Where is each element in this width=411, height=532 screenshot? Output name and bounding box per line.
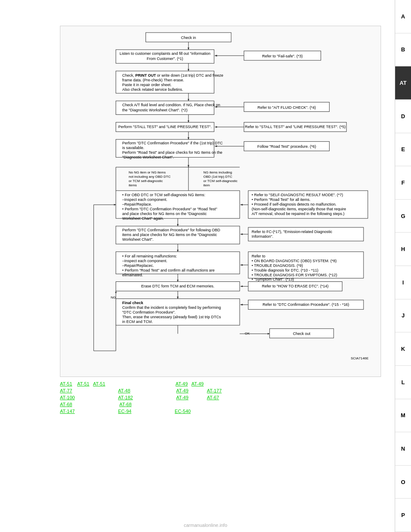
- perform-obd-text-3: Worksheet Chart".: [122, 237, 154, 242]
- final-check-text-1: Final check: [122, 301, 143, 305]
- sidebar-letter-g: G: [395, 200, 411, 233]
- check-dtc-text-3: Paste it in repair order sheet.: [122, 83, 172, 87]
- final-check-text-4: Then, erase the unnecessary (already fix…: [122, 315, 221, 319]
- sidebar-letter-p: P: [395, 499, 411, 532]
- refer-dtc-conf-text: Refer to "DTC Confirmation Procedure". (…: [262, 302, 349, 307]
- links-row-4: AT-68 AT-68: [60, 402, 381, 407]
- refer-self-diag-3: • Proceed if self-diagnosis detects no m…: [252, 202, 337, 206]
- obd-ng-text-1: • For OBD DTC or TCM self-diagnosis NG i…: [122, 193, 206, 197]
- link-at100[interactable]: AT-100: [60, 395, 75, 400]
- refer-self-diag-1: • Refer to "SELF-DIAGNOSTIC RESULT MODE"…: [252, 193, 343, 197]
- ng-items-label: NG items including: [203, 170, 232, 174]
- remaining-text-5: elimainated.: [122, 273, 143, 277]
- link-at147[interactable]: AT-147: [60, 409, 75, 414]
- stall-text: Perform "STALL TEST" and "LINE PRESSURE …: [118, 125, 211, 129]
- no-ng-label-4: items: [129, 183, 137, 187]
- final-check-text-5: in ECM and TCM.: [122, 320, 153, 324]
- ok-label: OK: [245, 332, 250, 335]
- obd-ng-text-3: –Repair/Replace.: [122, 202, 152, 206]
- refer-failsafe-text: Refer to "Fail-safe". (*3): [262, 54, 303, 58]
- link-at177[interactable]: AT-177: [207, 388, 222, 393]
- refer-obd-text-2: • TROUBLE DIAGNOSIS. (*9): [252, 263, 303, 268]
- check-fluid-text-2: the "Diagnostic Worksheet Chart". (*2): [122, 108, 188, 112]
- sidebar-letter-i: I: [395, 266, 411, 299]
- link-at51-col1[interactable]: AT-51: [60, 381, 72, 386]
- links-row-5: AT-147 EC-94 EC-540: [60, 409, 381, 414]
- link-ec540[interactable]: EC-540: [175, 409, 191, 414]
- link-at49-col3b[interactable]: AT-49: [176, 395, 189, 400]
- link-at49-2[interactable]: AT-49: [191, 381, 204, 386]
- remaining-text-2: –Inspect each component.: [122, 259, 167, 263]
- links-row-1: AT-51 AT-51 AT-51 AT-49 AT-49: [60, 381, 381, 386]
- sidebar-letter-h: H: [395, 233, 411, 266]
- check-dtc-text-4: Also check related service bulletins.: [122, 87, 183, 92]
- refer-self-diag-4: (Non-self-diagnostic items, especially t…: [252, 207, 346, 211]
- check-fluid-text-1: Check A/T fluid level and condition. If …: [122, 103, 220, 107]
- sidebar-letter-e: E: [395, 133, 411, 167]
- checkout-text: Check out: [293, 332, 310, 336]
- erase-dtc-text: Erase DTC form TCM and ECM memories.: [141, 284, 214, 288]
- link-at68[interactable]: AT-68: [60, 402, 72, 407]
- perform-obd-text-1: Perform "DTC Confirmation Procedure" for…: [122, 228, 220, 232]
- no-ng-label-3: or TCM self-diagnostic: [129, 179, 163, 183]
- follow-road-text: Follow "Road Test" procedure. (*6): [257, 144, 316, 149]
- flowchart-svg: .box { fill: white; stroke: #333; stroke…: [60, 26, 381, 377]
- sidebar-letter-l: L: [395, 366, 411, 399]
- sidebar: A B AT D E F G H I J K L M N O P: [395, 0, 411, 532]
- dtc-conf-text-2: is savailable.: [122, 146, 144, 150]
- watermark: carmanualonline.info: [184, 523, 227, 528]
- sidebar-letter-d: D: [395, 100, 411, 133]
- link-ec94[interactable]: EC-94: [118, 409, 131, 414]
- link-at48-col2[interactable]: AT-48: [118, 388, 131, 393]
- refer-obd-text-4: • TROUBLE DIAGNOSIS FOR SYMPTOMS. (*12): [252, 273, 337, 277]
- refer-obd-text-3: • Trouble diagnosis for DTC. (*10 - *11): [252, 268, 319, 272]
- refer-obd-text-1: • ON BOARD DIAGNOSTIC (OBD) SYSTEM. (*8): [252, 259, 337, 263]
- refer-fc-text-1: Refer to FC-(*17), "Emission-related Dia…: [252, 230, 333, 234]
- link-at182[interactable]: AT-182: [118, 395, 133, 400]
- ng-items-label-4: item: [203, 183, 210, 187]
- perform-obd-text-2: items and place checks for NG items on t…: [122, 233, 217, 237]
- links-row-2: AT-77 AT-48 AT-49 AT-177: [60, 388, 381, 393]
- image-code: SCIA7146E: [351, 356, 369, 360]
- sidebar-letter-at: AT: [395, 66, 411, 100]
- no-ng-label-2: not including any OBD DTC: [129, 175, 171, 179]
- link-at51-col2b[interactable]: AT-51: [93, 381, 105, 386]
- refer-self-diag-2: • Perform "Road Test" for all items.: [252, 197, 310, 202]
- dtc-conf-text-4: "Diagnostic Worksheet Chart".: [122, 155, 174, 159]
- ng-items-label-3: or TCM self-diagnostic: [203, 179, 238, 183]
- listen-text-1: Listen to customer complaints and fill o…: [119, 51, 210, 56]
- links-row-3: AT-100 AT-182 AT-49 AT-67: [60, 395, 381, 400]
- link-at77[interactable]: AT-77: [60, 388, 72, 393]
- sidebar-letter-n: N: [395, 432, 411, 466]
- refer-fluid-text: Refer to "A/T FLUID CHECK". (*4): [257, 105, 316, 110]
- ng-items-label-2: OBD (1st trip) DTC: [203, 175, 232, 179]
- sidebar-letter-j: J: [395, 299, 411, 333]
- sidebar-letter-k: K: [395, 332, 411, 366]
- dtc-conf-text-1: Perform "DTC Confirmation Procedure" if …: [122, 141, 223, 145]
- sidebar-letter-a: A: [395, 0, 411, 33]
- flowchart-container: .box { fill: white; stroke: #333; stroke…: [60, 26, 381, 377]
- final-check-text-3: "DTC Confirmation Procedure".: [122, 310, 176, 314]
- obd-ng-text-4: • Perform "DTC Confirmation Procedure" o…: [122, 207, 217, 211]
- dtc-conf-text-3: Perform "Road Test" and place checks for…: [122, 150, 223, 155]
- bottom-links: AT-51 AT-51 AT-51 AT-49 AT-49 AT-77 AT-4…: [60, 381, 381, 415]
- refer-stall-text: Refer to "STALL TEST" and "LINE PRESSURE…: [245, 125, 345, 129]
- refer-obd-text-0: Refer to: [252, 254, 265, 258]
- sidebar-letter-f: F: [395, 166, 411, 200]
- ng-label: NG: [111, 296, 116, 299]
- check-dtc-text-1: Check, PRINT OUT or write down (1st trip…: [122, 73, 223, 78]
- link-at51-col2a[interactable]: AT-51: [77, 381, 89, 386]
- remaining-text-1: • For all remaining malfunctions:: [122, 254, 177, 258]
- refer-obd-text-5: • "Symptom Chart". (*13): [252, 278, 294, 282]
- link-at49-1[interactable]: AT-49: [176, 381, 188, 386]
- listen-text-2: From Customer". (*1): [147, 57, 183, 61]
- final-check-text-2: Confirm that the incident is completely …: [122, 305, 221, 310]
- refer-fc-text-2: Information".: [252, 234, 274, 239]
- refer-self-diag-5: A/T removal, shoud be repaired in the fo…: [252, 212, 345, 216]
- checkin-text: Check in: [181, 36, 196, 40]
- obd-ng-text-6: Worksheet Chart" again.: [122, 216, 164, 221]
- link-at68-col2[interactable]: AT-68: [119, 402, 132, 407]
- link-at67[interactable]: AT-67: [207, 395, 219, 400]
- no-ng-label: No NG item or NG items: [129, 170, 166, 174]
- link-at49-col3[interactable]: AT-49: [176, 388, 189, 393]
